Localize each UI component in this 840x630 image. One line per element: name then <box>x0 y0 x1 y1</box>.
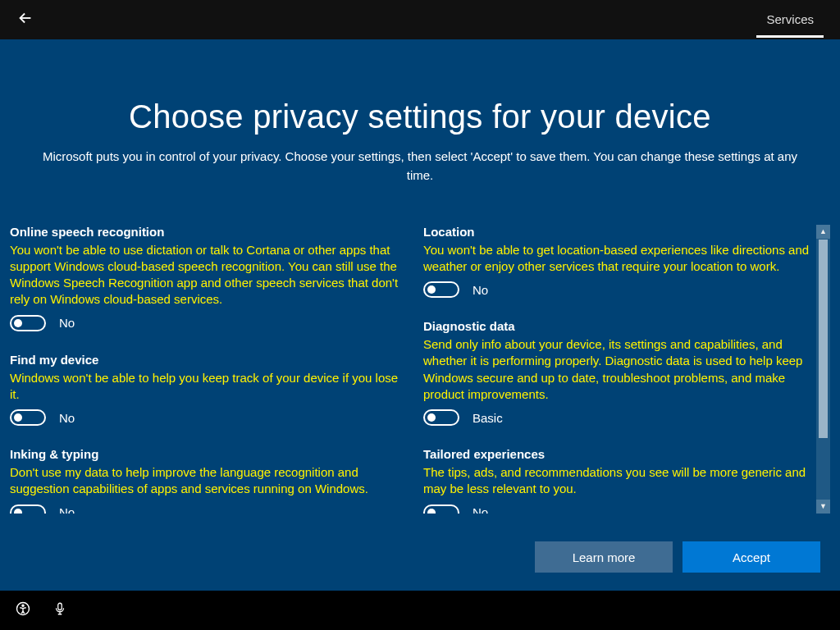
setting-title: Inking & typing <box>10 447 400 461</box>
toggle-tailored-experiences[interactable] <box>423 504 459 514</box>
tab-services[interactable]: Services <box>756 2 824 38</box>
toggle-inking-typing[interactable] <box>10 504 46 514</box>
accept-button[interactable]: Accept <box>682 541 820 573</box>
toggle-value-label: No <box>59 316 75 330</box>
toggle-location[interactable] <box>423 281 459 298</box>
microphone-icon[interactable] <box>52 601 67 620</box>
vertical-scrollbar[interactable]: ▲ ▼ <box>816 225 830 514</box>
toggle-find-my-device[interactable] <box>10 409 46 426</box>
accessibility-icon[interactable] <box>15 600 31 621</box>
svg-rect-2 <box>58 603 62 609</box>
setting-inking-typing: Inking & typing Don't use my data to hel… <box>10 447 400 514</box>
setting-tailored-experiences: Tailored experiences The tips, ads, and … <box>423 447 814 514</box>
setting-title: Diagnostic data <box>423 319 814 333</box>
top-bar: Services <box>0 0 840 39</box>
svg-point-1 <box>22 605 24 606</box>
page-subtitle: Microsoft puts you in control of your pr… <box>39 147 801 185</box>
setting-diagnostic-data: Diagnostic data Send only info about you… <box>423 319 814 426</box>
setting-description: Send only info about your device, its se… <box>423 336 814 403</box>
scrollbar-up-arrow-icon[interactable]: ▲ <box>816 225 830 239</box>
learn-more-button[interactable]: Learn more <box>535 541 673 573</box>
setting-description: Windows won't be able to help you keep t… <box>10 370 400 404</box>
setting-title: Online speech recognition <box>10 225 400 239</box>
setting-description: You won't be able to use dictation or ta… <box>10 242 400 308</box>
settings-right-column: Location You won't be able to get locati… <box>423 225 814 514</box>
setting-title: Tailored experiences <box>423 447 814 461</box>
setting-description: The tips, ads, and recommendations you s… <box>423 464 814 498</box>
main-panel: Choose privacy settings for your device … <box>0 39 840 591</box>
setting-description: Don't use my data to help improve the la… <box>10 464 400 498</box>
toggle-online-speech-recognition[interactable] <box>10 315 46 331</box>
setting-online-speech-recognition: Online speech recognition You won't be a… <box>10 225 400 331</box>
page-title: Choose privacy settings for your device <box>129 98 711 135</box>
setting-find-my-device: Find my device Windows won't be able to … <box>10 353 400 427</box>
settings-left-column: Online speech recognition You won't be a… <box>10 225 400 514</box>
toggle-value-label: Basic <box>472 411 503 425</box>
back-arrow-icon[interactable] <box>16 9 34 30</box>
toggle-diagnostic-data[interactable] <box>423 409 459 426</box>
setting-title: Location <box>423 225 814 239</box>
settings-scroll-region: Online speech recognition You won't be a… <box>10 225 830 514</box>
scrollbar-down-arrow-icon[interactable]: ▼ <box>816 500 830 514</box>
setting-location: Location You won't be able to get locati… <box>423 225 814 299</box>
scrollbar-thumb[interactable] <box>819 240 828 438</box>
toggle-value-label: No <box>59 505 75 514</box>
toggle-value-label: No <box>472 283 488 297</box>
setting-title: Find my device <box>10 353 400 367</box>
bottom-bar <box>0 591 840 630</box>
footer-buttons: Learn more Accept <box>535 541 820 573</box>
setting-description: You won't be able to get location-based … <box>423 242 814 276</box>
toggle-value-label: No <box>472 505 488 514</box>
toggle-value-label: No <box>59 411 75 425</box>
